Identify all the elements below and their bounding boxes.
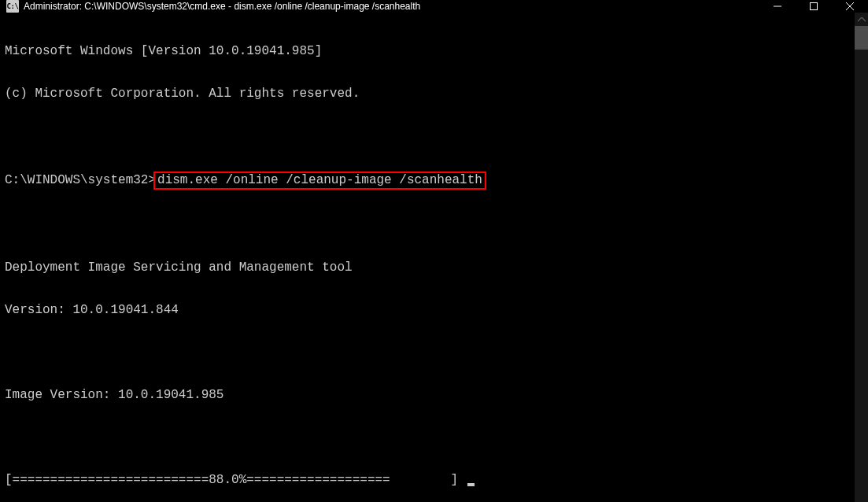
command-line: C:\WINDOWS\system32>dism.exe /online /cl… <box>5 172 850 190</box>
progress-text: [==========================88.0%========… <box>5 473 466 487</box>
titlebar[interactable]: C:\ Administrator: C:\WINDOWS\system32\c… <box>0 0 868 13</box>
chevron-up-icon <box>858 17 866 22</box>
cmd-icon[interactable]: C:\ <box>6 0 19 13</box>
version-line: Microsoft Windows [Version 10.0.19041.98… <box>5 44 850 58</box>
client-area: Microsoft Windows [Version 10.0.19041.98… <box>0 13 868 502</box>
window-controls <box>759 0 868 13</box>
close-button[interactable] <box>832 0 868 13</box>
prompt-text: C:\WINDOWS\system32> <box>5 173 156 187</box>
blank-line <box>5 430 850 445</box>
tool-name-line: Deployment Image Servicing and Managemen… <box>5 260 850 275</box>
copyright-line: (c) Microsoft Corporation. All rights re… <box>5 87 850 101</box>
blank-line <box>5 345 850 360</box>
vertical-scrollbar[interactable] <box>855 13 868 502</box>
maximize-button[interactable] <box>796 0 832 13</box>
progress-line: [==========================88.0%========… <box>5 473 850 487</box>
scroll-up-button[interactable] <box>855 13 868 26</box>
cmd-window: C:\ Administrator: C:\WINDOWS\system32\c… <box>0 0 868 502</box>
close-icon <box>846 2 854 10</box>
tool-version-line: Version: 10.0.19041.844 <box>5 303 850 317</box>
scroll-thumb[interactable] <box>855 26 868 50</box>
cursor <box>467 483 475 486</box>
minimize-button[interactable] <box>759 0 796 13</box>
image-version-line: Image Version: 10.0.19041.985 <box>5 388 850 402</box>
maximize-icon <box>810 2 818 10</box>
window-title: Administrator: C:\WINDOWS\system32\cmd.e… <box>24 1 759 12</box>
blank-line <box>5 218 850 232</box>
command-highlight: dism.exe /online /cleanup-image /scanhea… <box>153 172 486 190</box>
minimize-icon <box>774 2 781 10</box>
terminal-output[interactable]: Microsoft Windows [Version 10.0.19041.98… <box>0 13 855 502</box>
blank-line <box>5 129 850 143</box>
svg-rect-1 <box>811 3 818 10</box>
